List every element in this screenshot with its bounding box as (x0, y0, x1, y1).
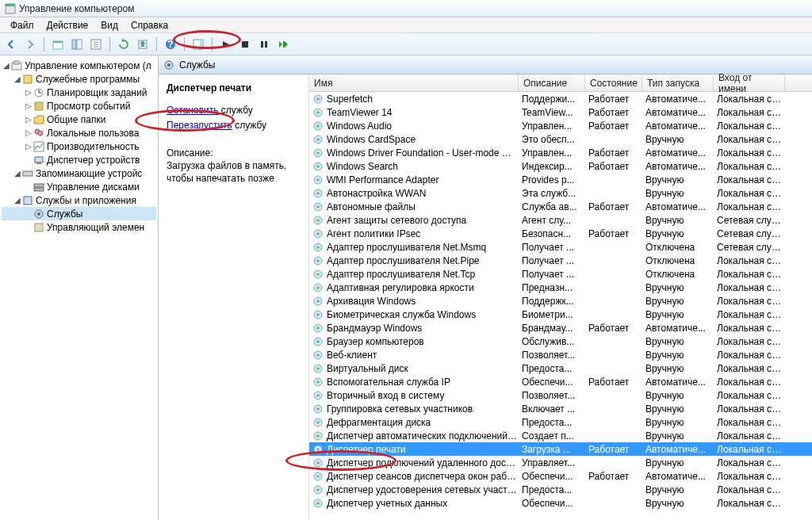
service-logon: Локальная сис... (717, 161, 788, 172)
service-startup: Вручную (645, 403, 717, 415)
col-name[interactable]: Имя (309, 75, 519, 91)
tree-device-manager[interactable]: Диспетчер устройств (2, 153, 156, 166)
menu-help[interactable]: Справка (125, 18, 174, 32)
gear-icon (312, 269, 324, 280)
forward-button[interactable] (22, 36, 38, 52)
service-row[interactable]: Диспетчер подключений удаленного доступа… (309, 456, 812, 469)
stop-service-button[interactable] (237, 36, 253, 52)
start-service-button[interactable] (218, 36, 234, 52)
service-name: Windows Search (327, 161, 522, 172)
col-startup[interactable]: Тип запуска (642, 75, 714, 91)
tree-disk-management[interactable]: Управление дисками (2, 180, 156, 193)
pause-service-button[interactable] (256, 36, 272, 52)
tree-task-scheduler[interactable]: ▷Планировщик заданий (2, 86, 156, 99)
service-row[interactable]: Вспомогательная служба IPОбеспечи...Рабо… (309, 375, 812, 388)
menu-file[interactable]: Файл (5, 18, 40, 32)
col-description[interactable]: Описание (519, 75, 585, 91)
service-row[interactable]: Архивация WindowsПоддержк...ВручнуюЛокал… (309, 294, 812, 308)
export-button[interactable] (135, 36, 151, 52)
svg-point-77 (316, 340, 320, 343)
refresh-button[interactable] (116, 36, 132, 52)
service-desc: Управлен... (522, 120, 588, 132)
service-row[interactable]: Автонастройка WWANЭта служб...ВручнуюЛок… (309, 186, 812, 200)
up-button[interactable] (50, 36, 66, 52)
col-logon[interactable]: Вход от имени (714, 75, 785, 91)
service-desc: Эта служб... (522, 188, 588, 199)
gear-icon (312, 242, 324, 253)
tree-services[interactable]: Службы (2, 207, 156, 220)
help-button[interactable]: ? (163, 36, 178, 52)
service-startup: Вручную (645, 498, 717, 509)
service-row[interactable]: TeamViewer 14TeamView...РаботаетАвтомати… (309, 105, 812, 119)
menu-action[interactable]: Действие (41, 18, 94, 32)
tree-services-apps[interactable]: ◢Службы и приложения (2, 193, 156, 207)
service-row[interactable]: Группировка сетевых участниковВключает .… (309, 402, 812, 415)
service-desc: Обеспечи... (522, 471, 588, 482)
service-startup: Вручную (645, 363, 717, 374)
svg-point-81 (316, 367, 320, 370)
gear-icon (312, 363, 324, 374)
service-state: Работает (588, 228, 645, 239)
tree-storage[interactable]: ◢Запоминающие устройс (2, 166, 156, 180)
service-row[interactable]: Адаптивная регулировка яркостиПредназн..… (309, 281, 812, 294)
service-row[interactable]: SuperfetchПоддержи...РаботаетАвтоматиче.… (309, 92, 812, 105)
stop-service-link[interactable]: Остановить (167, 105, 219, 116)
service-desc: Обслужив... (522, 336, 588, 347)
service-row[interactable]: Агент защиты сетевого доступаАгент слу..… (309, 213, 812, 227)
service-startup: Автоматиче... (645, 201, 717, 212)
tree-event-viewer[interactable]: ▷Просмотр событий (2, 99, 156, 113)
service-row[interactable]: Windows AudioУправлен...РаботаетАвтомати… (309, 119, 812, 132)
service-row[interactable]: Виртуальный дискПредоста...ВручнуюЛокаль… (309, 361, 812, 375)
service-row[interactable]: Адаптер прослушивателя Net.TcpПолучает .… (309, 267, 812, 281)
console-tree[interactable]: ◢Управление компьютером (л ◢Служебные пр… (0, 55, 159, 520)
tree-shared-folders[interactable]: ▷Общие папки (2, 113, 156, 126)
service-row[interactable]: WMI Performance AdapterProvides p...Вруч… (309, 173, 812, 186)
service-row[interactable]: Автономные файлыСлужба ав...РаботаетАвто… (309, 200, 812, 213)
service-logon: Локальная сис... (717, 147, 788, 159)
service-row[interactable]: Брандмауэр WindowsБрандмау...РаботаетАвт… (309, 321, 812, 335)
service-row[interactable]: Диспетчер учетных данныхОбеспечи...Вручн… (309, 496, 812, 510)
service-row[interactable]: Диспетчер сеансов диспетчера окон рабоче… (309, 469, 812, 483)
restart-service-link[interactable]: Перезапустить (167, 120, 232, 131)
service-desc: Управлен... (522, 147, 588, 159)
gear-icon (312, 215, 324, 226)
service-name: Вспомогательная служба IP (327, 377, 522, 388)
svg-rect-15 (242, 41, 248, 48)
tree-label: Управляющий элемен (47, 222, 144, 233)
tree-performance[interactable]: ▷Производительность (2, 140, 156, 153)
service-row[interactable]: Адаптер прослушивателя Net.PipeПолучает … (309, 254, 812, 267)
svg-point-95 (316, 461, 320, 465)
tree-root[interactable]: ◢Управление компьютером (л (2, 59, 156, 72)
service-row[interactable]: Адаптер прослушивателя Net.MsmqПолучает … (309, 240, 812, 254)
service-state: Работает (588, 444, 645, 455)
menu-view[interactable]: Вид (95, 18, 124, 32)
service-row[interactable]: Вторичный вход в системуПозволяет...Вруч… (309, 388, 812, 402)
gear-icon (312, 161, 324, 172)
service-desc: Индексир... (522, 161, 588, 172)
col-state[interactable]: Состояние (585, 75, 642, 91)
service-row[interactable]: Биометрическая служба WindowsБиометри...… (309, 308, 812, 321)
service-row[interactable]: Дефрагментация дискаПредоста...ВручнуюЛо… (309, 415, 812, 429)
service-row[interactable]: Веб-клиентПозволяет...ВручнуюЛокальная с… (309, 348, 812, 361)
tree-local-users[interactable]: ▷Локальные пользова (2, 126, 156, 140)
service-row[interactable]: Агент политики IPsecБезопасн...РаботаетВ… (309, 227, 812, 240)
service-row[interactable]: Windows Driver Foundation - User-mode Dr… (309, 146, 812, 159)
tree-label: Просмотр событий (47, 101, 130, 112)
tree-system-tools[interactable]: ◢Служебные программы (2, 72, 156, 86)
action-pane-button[interactable] (190, 36, 206, 52)
service-row[interactable]: Браузер компьютеровОбслужив...ВручнуюЛок… (309, 335, 812, 348)
back-button[interactable] (3, 36, 19, 52)
service-row[interactable]: Диспетчер печатиЗагрузка ...РаботаетАвто… (309, 442, 812, 456)
restart-suffix: службу (232, 120, 266, 131)
svg-rect-14 (200, 40, 203, 49)
tree-wmi-control[interactable]: Управляющий элемен (2, 220, 156, 234)
properties-button[interactable] (88, 36, 104, 52)
service-row[interactable]: Windows SearchИндексир...РаботаетАвтомат… (309, 159, 812, 173)
service-row[interactable]: Диспетчер удостоверения сетевых участник… (309, 483, 812, 496)
service-startup: Автоматиче... (645, 323, 717, 334)
show-hide-tree-button[interactable] (69, 36, 85, 52)
service-row[interactable]: Диспетчер автоматических подключений уда… (309, 429, 812, 442)
service-row[interactable]: Windows CardSpaceЭто обесп...ВручнуюЛока… (309, 132, 812, 146)
service-name: TeamViewer 14 (327, 107, 522, 118)
restart-service-button[interactable] (275, 36, 291, 52)
